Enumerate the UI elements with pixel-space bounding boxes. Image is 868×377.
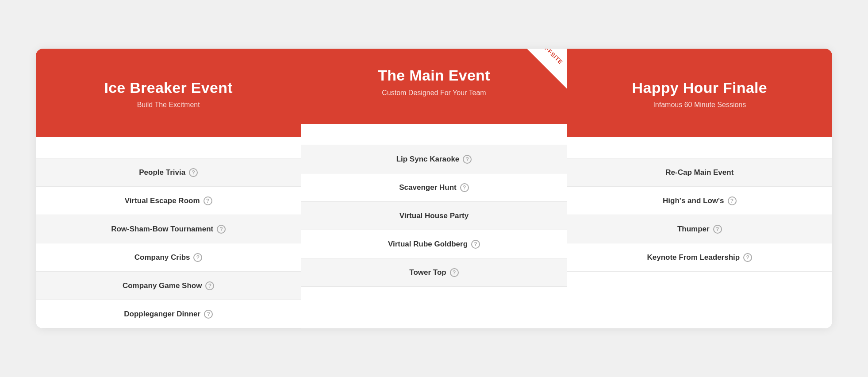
list-item: People Trivia? (36, 158, 301, 187)
list-item: Virtual Escape Room? (36, 187, 301, 215)
list-item: High's and Low's? (567, 187, 832, 215)
question-icon[interactable]: ? (205, 281, 214, 290)
item-text: Keynote From Leadership (647, 253, 740, 262)
offsite-badge: THE OFFSITE (514, 49, 567, 88)
question-icon[interactable]: ? (204, 196, 212, 205)
item-text: Virtual Rube Goldberg (388, 240, 468, 249)
item-text: Virtual House Party (399, 212, 469, 220)
offsite-badge-text: THE OFFSITE (527, 49, 566, 68)
column-body-main-event: Lip Sync Karaoke?Scavenger Hunt?Virtual … (301, 124, 566, 328)
list-item: Company Cribs? (36, 243, 301, 272)
header-subtitle-main-event: Custom Designed For Your Team (382, 89, 486, 97)
item-text: People Trivia (139, 168, 185, 177)
question-icon[interactable]: ? (217, 225, 226, 234)
question-icon[interactable]: ? (204, 310, 213, 319)
list-item: Keynote From Leadership? (567, 243, 832, 272)
list-item: Virtual Rube Goldberg? (301, 230, 566, 258)
spacer-row (567, 137, 832, 158)
question-icon[interactable]: ? (713, 225, 722, 234)
header-title-ice-breaker: Ice Breaker Event (104, 79, 233, 97)
list-item: Thumper? (567, 215, 832, 243)
column-header-main-event: THE OFFSITEThe Main EventCustom Designed… (301, 49, 566, 124)
item-text: High's and Low's (663, 196, 724, 205)
question-icon[interactable]: ? (471, 240, 480, 249)
item-text: Doppleganger Dinner (124, 310, 200, 319)
list-item: Scavenger Hunt? (301, 173, 566, 202)
question-icon[interactable]: ? (450, 268, 459, 277)
question-icon[interactable]: ? (460, 183, 469, 192)
spacer-row (301, 124, 566, 145)
column-main-event: THE OFFSITEThe Main EventCustom Designed… (301, 49, 567, 328)
question-icon[interactable]: ? (728, 196, 737, 205)
column-ice-breaker: Ice Breaker EventBuild The ExcitmentPeop… (36, 49, 301, 328)
item-text: Thumper (677, 225, 710, 234)
item-text: Company Game Show (123, 281, 202, 290)
item-text: Re-Cap Main Event (665, 168, 734, 177)
column-body-ice-breaker: People Trivia?Virtual Escape Room?Row-Sh… (36, 137, 301, 328)
list-item: Row-Sham-Bow Tournament? (36, 215, 301, 243)
list-item: Tower Top? (301, 258, 566, 287)
question-icon[interactable]: ? (193, 253, 202, 262)
header-title-happy-hour: Happy Hour Finale (632, 79, 767, 97)
list-item: Company Game Show? (36, 272, 301, 300)
question-icon[interactable]: ? (463, 155, 472, 164)
question-icon[interactable]: ? (743, 253, 752, 262)
question-icon[interactable]: ? (189, 168, 198, 177)
item-text: Lip Sync Karaoke (396, 155, 460, 164)
column-happy-hour: Happy Hour FinaleInfamous 60 Minute Sess… (567, 49, 832, 328)
header-title-main-event: The Main Event (378, 66, 490, 85)
header-subtitle-ice-breaker: Build The Excitment (137, 101, 200, 109)
header-subtitle-happy-hour: Infamous 60 Minute Sessions (653, 101, 746, 109)
item-text: Tower Top (409, 268, 446, 277)
spacer-row (36, 137, 301, 158)
item-text: Scavenger Hunt (399, 183, 456, 192)
pricing-table: Ice Breaker EventBuild The ExcitmentPeop… (36, 49, 832, 328)
column-header-ice-breaker: Ice Breaker EventBuild The Excitment (36, 49, 301, 137)
list-item: Virtual House Party (301, 202, 566, 230)
list-item: Doppleganger Dinner? (36, 300, 301, 328)
column-body-happy-hour: Re-Cap Main EventHigh's and Low's?Thumpe… (567, 137, 832, 328)
item-text: Virtual Escape Room (125, 196, 200, 205)
list-item: Re-Cap Main Event (567, 158, 832, 187)
item-text: Row-Sham-Bow Tournament (111, 225, 213, 234)
item-text: Company Cribs (134, 253, 190, 262)
column-header-happy-hour: Happy Hour FinaleInfamous 60 Minute Sess… (567, 49, 832, 137)
list-item: Lip Sync Karaoke? (301, 145, 566, 173)
